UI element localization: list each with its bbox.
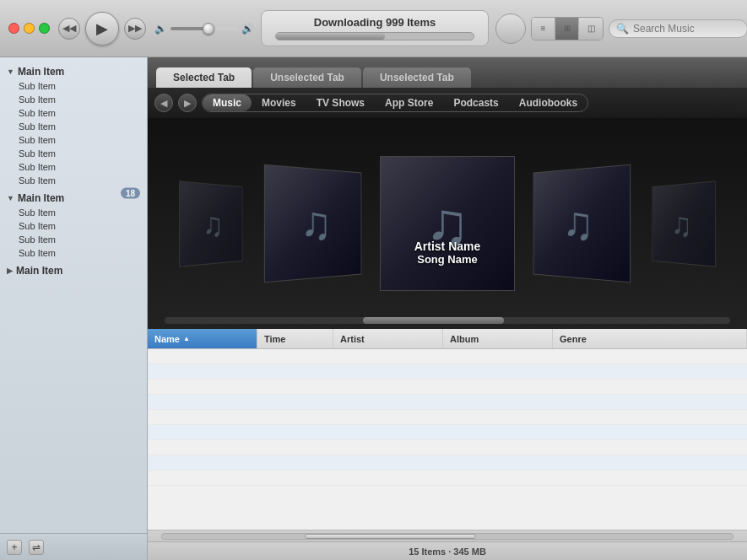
sidebar: ▼ Main Item Sub Item Sub Item Sub Item S… xyxy=(0,57,148,560)
table-row[interactable] xyxy=(148,410,747,425)
tab-unselected-1[interactable]: Unselected Tab xyxy=(253,67,361,88)
coverflow-scrollbar[interactable] xyxy=(165,317,730,324)
artist-name: Artist Name xyxy=(414,240,481,253)
sidebar-main-label-2: Main Item xyxy=(18,192,64,204)
nav-podcasts[interactable]: Podcasts xyxy=(443,94,508,111)
cover-view-button[interactable]: ◫ xyxy=(579,18,603,40)
col-genre[interactable]: Genre xyxy=(553,329,747,348)
col-album[interactable]: Album xyxy=(443,329,553,348)
nav-appstore[interactable]: App Store xyxy=(375,94,443,111)
coverflow-scrollbar-thumb xyxy=(363,317,505,324)
status-text: 15 Items · 345 MB xyxy=(409,547,486,557)
artist-info: Artist Name Song Name xyxy=(414,240,481,266)
sidebar-sub-item-1-2[interactable]: Sub Item xyxy=(0,93,147,106)
rewind-icon: ◀◀ xyxy=(62,23,76,34)
nav-pill: Music Movies TV Shows App Store Podcasts… xyxy=(202,94,588,112)
main-content: ▼ Main Item Sub Item Sub Item Sub Item S… xyxy=(0,57,747,560)
download-box: Downloading 999 Items xyxy=(261,10,489,46)
grid-view-button[interactable]: ⊞ xyxy=(555,18,579,40)
volume-thumb xyxy=(203,23,214,35)
nav-audiobooks[interactable]: Audiobooks xyxy=(509,94,587,111)
sidebar-sub-item-2-3[interactable]: Sub Item xyxy=(0,233,147,246)
sidebar-inner: ▼ Main Item Sub Item Sub Item Sub Item S… xyxy=(0,57,147,533)
forward-icon: ▶▶ xyxy=(128,23,142,34)
album-center[interactable]: ♫ Artist Name Song Name xyxy=(380,156,515,291)
badge-count: 18 xyxy=(121,187,140,198)
sidebar-sub-item-2-4[interactable]: Sub Item xyxy=(0,246,147,260)
table-row[interactable] xyxy=(148,425,747,440)
table-row[interactable] xyxy=(148,471,747,486)
view-circle-button[interactable] xyxy=(495,13,526,44)
toolbar: ◀◀ ▶ ▶▶ 🔈 🔊 Downloading 999 Items ≡ ⊞ xyxy=(0,0,747,57)
music-note-icon: ♫ xyxy=(563,199,594,247)
sidebar-sub-item-1-3[interactable]: Sub Item xyxy=(0,106,147,120)
close-button[interactable] xyxy=(8,23,19,34)
table-body xyxy=(148,349,747,530)
nav-forward-button[interactable]: ▶ xyxy=(178,94,197,112)
tab-unselected-2[interactable]: Unselected Tab xyxy=(363,67,471,88)
sidebar-sub-item-1-7[interactable]: Sub Item xyxy=(0,160,147,174)
nav-music[interactable]: Music xyxy=(203,94,252,111)
rewind-button[interactable]: ◀◀ xyxy=(58,18,80,40)
sidebar-sub-item-1-4[interactable]: Sub Item xyxy=(0,120,147,133)
volume-slider[interactable] xyxy=(171,27,238,30)
music-note-icon: ♫ xyxy=(300,199,332,247)
table-row[interactable] xyxy=(148,364,747,380)
cover-flow: ♫ ♫ ♫ Artist Name Song Name xyxy=(148,118,747,329)
forward-button[interactable]: ▶▶ xyxy=(124,18,146,40)
tabs-bar: Selected Tab Unselected Tab Unselected T… xyxy=(148,57,747,88)
album-near-left[interactable]: ♫ xyxy=(262,169,371,278)
volume-high-icon: 🔊 xyxy=(241,23,254,35)
h-scrollbar-wrap xyxy=(148,530,747,541)
progress-bar-fill xyxy=(276,33,385,40)
shuffle-button[interactable]: ⇌ xyxy=(29,540,44,555)
album-far-left[interactable]: ♫ xyxy=(173,184,253,264)
sidebar-main-label-3: Main Item xyxy=(16,265,62,277)
table-row[interactable] xyxy=(148,395,747,410)
sidebar-section-1: ▼ Main Item Sub Item Sub Item Sub Item S… xyxy=(0,64,147,187)
play-icon: ▶ xyxy=(96,19,108,38)
sidebar-sub-item-1-6[interactable]: Sub Item xyxy=(0,147,147,160)
nav-tvshows[interactable]: TV Shows xyxy=(306,94,375,111)
table-row[interactable] xyxy=(148,455,747,471)
nav-back-button[interactable]: ◀ xyxy=(154,94,173,112)
col-name[interactable]: Name ▲ xyxy=(148,329,257,348)
search-input[interactable] xyxy=(633,23,740,35)
shuffle-icon: ⇌ xyxy=(32,541,41,553)
sidebar-main-item-1[interactable]: ▼ Main Item xyxy=(0,64,147,79)
h-scrollbar-thumb xyxy=(305,534,476,539)
sort-arrow-icon: ▲ xyxy=(183,335,190,342)
volume-low-icon: 🔈 xyxy=(154,23,167,35)
table-row[interactable] xyxy=(148,380,747,395)
right-panel: Selected Tab Unselected Tab Unselected T… xyxy=(148,57,747,560)
sidebar-sub-item-2-1[interactable]: Sub Item xyxy=(0,206,147,219)
col-time[interactable]: Time xyxy=(257,329,333,348)
col-artist[interactable]: Artist xyxy=(333,329,443,348)
music-note-icon: ♫ xyxy=(672,207,692,241)
table-row[interactable] xyxy=(148,349,747,364)
list-view-button[interactable]: ≡ xyxy=(532,18,555,40)
view-toggle-group: ≡ ⊞ ◫ xyxy=(531,17,604,40)
nav-movies[interactable]: Movies xyxy=(252,94,306,111)
album-near-right[interactable]: ♫ xyxy=(523,169,633,278)
sidebar-section-2: ▼ Main Item 18 Sub Item Sub Item Sub Ite… xyxy=(0,191,147,260)
play-button[interactable]: ▶ xyxy=(85,12,119,46)
sidebar-main-item-2[interactable]: ▼ Main Item 18 xyxy=(0,191,147,206)
maximize-button[interactable] xyxy=(39,23,50,34)
sidebar-sub-item-1-5[interactable]: Sub Item xyxy=(0,133,147,147)
album-far-right[interactable]: ♫ xyxy=(641,184,722,264)
sidebar-sub-item-1-8[interactable]: Sub Item xyxy=(0,174,147,187)
sidebar-main-item-3[interactable]: ▶ Main Item xyxy=(0,263,147,278)
table-row[interactable] xyxy=(148,440,747,455)
tab-selected[interactable]: Selected Tab xyxy=(156,67,252,88)
music-note-icon: ♫ xyxy=(203,207,223,241)
search-box: 🔍 xyxy=(609,19,747,38)
sidebar-section-3: ▶ Main Item xyxy=(0,263,147,278)
minimize-button[interactable] xyxy=(24,23,35,34)
progress-bar xyxy=(275,32,474,40)
h-scrollbar[interactable] xyxy=(161,533,733,540)
sidebar-sub-item-1-1[interactable]: Sub Item xyxy=(0,79,147,93)
search-icon: 🔍 xyxy=(616,23,629,35)
sidebar-sub-item-2-2[interactable]: Sub Item xyxy=(0,219,147,233)
add-playlist-button[interactable]: + xyxy=(7,540,22,555)
